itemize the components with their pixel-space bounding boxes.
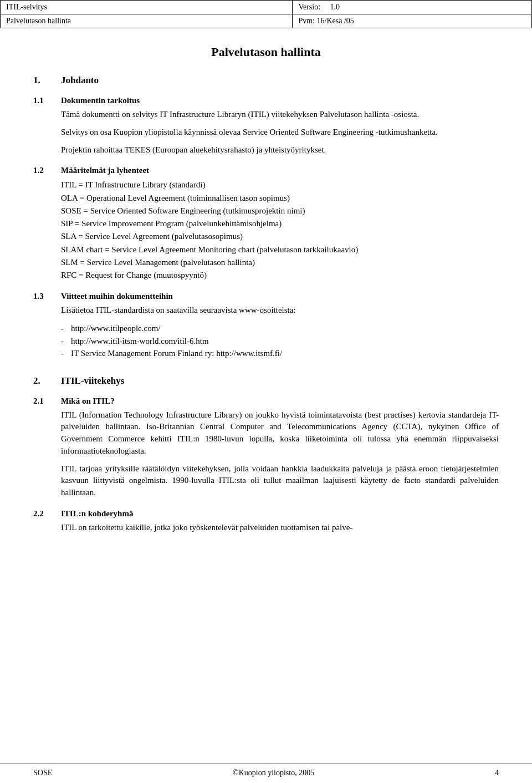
link-text-0: http://www.itilpeople.com/: [71, 322, 161, 335]
section1-3-intro: Lisätietoa ITIL-standardista on saatavil…: [61, 304, 499, 317]
main-content: Palvelutason hallinta 1. Johdanto 1.1 Do…: [0, 28, 532, 562]
link-item-0: -http://www.itilpeople.com/: [61, 322, 499, 335]
section1-3-number: 1.3: [33, 292, 61, 301]
header-version: Versio: 1.0: [293, 1, 532, 14]
link-item-2: -IT Service Management Forum Finland ry:…: [61, 347, 499, 360]
section1-heading-row: 1. Johdanto: [33, 75, 499, 86]
section2-2-title: ITIL:n kohderyhmä: [61, 509, 133, 518]
footer-right: 4: [495, 769, 499, 777]
definition-item-7: RFC = Request for Change (muutospyyntö): [61, 269, 499, 282]
section2-2-para1: ITIL on tarkoitettu kaikille, jotka joko…: [61, 522, 499, 534]
link-text-2: IT Service Management Forum Finland ry: …: [71, 347, 282, 360]
page-title: Palvelutason hallinta: [33, 45, 499, 59]
header-date: Pvm: 16/Kesä /05: [293, 14, 532, 28]
section1-2-heading-row: 1.2 Määritelmät ja lyhenteet: [33, 166, 499, 175]
bullet-dash-0: -: [61, 322, 71, 335]
footer-center: ©Kuopion yliopisto, 2005: [52, 769, 495, 777]
section1-3-heading-row: 1.3 Viitteet muihin dokumentteihin: [33, 292, 499, 301]
link-text-1: http://www.itil-itsm-world.com/itil-6.ht…: [71, 335, 209, 348]
section1-1-heading-row: 1.1 Dokumentin tarkoitus: [33, 96, 499, 105]
footer: SOSE ©Kuopion yliopisto, 2005 4: [0, 764, 532, 783]
definition-item-3: SIP = Service Improvement Program (palve…: [61, 217, 499, 230]
link-item-1: -http://www.itil-itsm-world.com/itil-6.h…: [61, 335, 499, 348]
section2-1-para2: ITIL tarjoaa yrityksille räätälöidyn vii…: [61, 463, 499, 499]
section2-1-number: 2.1: [33, 396, 61, 406]
section1-3-title: Viitteet muihin dokumentteihin: [61, 292, 173, 301]
page: ITIL-selvitys Versio: 1.0 Palvelutason h…: [0, 0, 532, 783]
definitions-list: ITIL = IT Infrastructure Library (standa…: [61, 179, 499, 282]
header-title: ITIL-selvitys: [1, 1, 293, 14]
definition-item-5: SLAM chart = Service Level Agreement Mon…: [61, 243, 499, 256]
section1-2-number: 1.2: [33, 166, 61, 175]
section1-1-number: 1.1: [33, 96, 61, 105]
section2-1-para1: ITIL (Information Technology Infrastruct…: [61, 409, 499, 457]
section1-title: Johdanto: [61, 75, 99, 86]
section1-1-para3: Projektin rahoittaa TEKES (Euroopan alue…: [61, 144, 499, 156]
header-subtitle: Palvelutason hallinta: [1, 14, 293, 28]
section1-1-title: Dokumentin tarkoitus: [61, 96, 140, 105]
header-version-label: Versio:: [298, 3, 320, 11]
section2-title: ITIL-viitekehys: [61, 375, 124, 387]
links-list: -http://www.itilpeople.com/-http://www.i…: [61, 322, 499, 360]
section1-1-para2: Selvitys on osa Kuopion yliopistolla käy…: [61, 126, 499, 139]
section2-2-heading-row: 2.2 ITIL:n kohderyhmä: [33, 509, 499, 518]
definition-item-1: OLA = Operational Level Agreement (toimi…: [61, 192, 499, 205]
section1-number: 1.: [33, 75, 61, 86]
bullet-dash-2: -: [61, 347, 71, 360]
header-version-value: 1.0: [330, 3, 340, 11]
header-table: ITIL-selvitys Versio: 1.0 Palvelutason h…: [0, 0, 532, 28]
definition-item-0: ITIL = IT Infrastructure Library (standa…: [61, 179, 499, 191]
definition-item-4: SLA = Service Level Agreement (palveluta…: [61, 230, 499, 243]
section2-1-title: Mikä on ITIL?: [61, 396, 115, 406]
definition-item-6: SLM = Service Level Management (palvelut…: [61, 256, 499, 269]
definition-item-2: SOSE = Service Oriented Software Enginee…: [61, 205, 499, 217]
footer-left: SOSE: [33, 769, 52, 777]
section2-number: 2.: [33, 375, 61, 387]
section2-heading-row: 2. ITIL-viitekehys: [33, 375, 499, 387]
section2-1-heading-row: 2.1 Mikä on ITIL?: [33, 396, 499, 406]
section1-1-para1: Tämä dokumentti on selvitys IT Infrastru…: [61, 109, 499, 121]
bullet-dash-1: -: [61, 335, 71, 348]
section2-2-number: 2.2: [33, 509, 61, 518]
section1-2-title: Määritelmät ja lyhenteet: [61, 166, 149, 175]
